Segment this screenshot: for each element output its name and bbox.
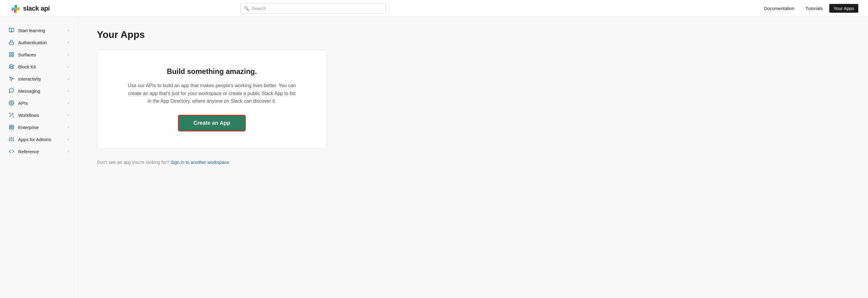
svg-rect-3 xyxy=(12,55,13,57)
sidebar: Start learning › Authentication › xyxy=(0,17,79,298)
svg-rect-2 xyxy=(12,52,13,54)
sidebar-label-enterprise: Enterprise xyxy=(18,125,39,130)
search-bar: 🔍 xyxy=(240,3,385,13)
sidebar-label-messaging: Messaging xyxy=(18,88,40,94)
card-heading: Build something amazing. xyxy=(109,67,314,76)
logo-text: slack api xyxy=(23,4,50,12)
svg-rect-1 xyxy=(9,52,11,54)
sidebar-label-authentication: Authentication xyxy=(18,40,47,45)
logo-link[interactable]: slack api xyxy=(10,3,50,14)
sidebar-label-reference: Reference xyxy=(18,149,39,154)
slack-logo-icon xyxy=(10,3,21,14)
sidebar-item-surfaces[interactable]: Surfaces › xyxy=(2,49,76,61)
chevron-right-icon: › xyxy=(67,101,69,105)
no-app-text: Don't see an app you're looking for? xyxy=(97,159,169,165)
sidebar-item-apis[interactable]: APIs › xyxy=(2,97,76,109)
sidebar-label-apps-for-admins: Apps for Admins xyxy=(18,137,51,142)
svg-point-8 xyxy=(13,117,13,117)
chevron-right-icon: › xyxy=(67,125,69,129)
sidebar-item-workflows[interactable]: Workflows › xyxy=(2,109,76,121)
sidebar-label-interactivity: Interactivity xyxy=(18,76,41,82)
lock-icon xyxy=(8,39,14,46)
main-content: Your Apps Build something amazing. Use o… xyxy=(79,17,868,298)
sidebar-item-apps-for-admins[interactable]: Apps for Admins › xyxy=(2,133,76,145)
chevron-right-icon: › xyxy=(67,113,69,117)
chevron-right-icon: › xyxy=(67,40,69,44)
search-input[interactable] xyxy=(240,3,385,13)
app-card: Build something amazing. Use our APIs to… xyxy=(97,50,327,149)
building-icon xyxy=(8,124,14,130)
svg-rect-0 xyxy=(9,42,13,44)
sidebar-item-reference[interactable]: Reference › xyxy=(2,145,76,157)
your-apps-link[interactable]: Your Apps xyxy=(829,4,858,13)
svg-rect-4 xyxy=(9,55,11,57)
page-layout: Start learning › Authentication › xyxy=(0,17,868,298)
sidebar-item-start-learning[interactable]: Start learning › xyxy=(2,24,76,36)
svg-rect-9 xyxy=(9,125,11,129)
bottom-text: Don't see an app you're looking for? Sig… xyxy=(97,159,850,165)
cursor-icon xyxy=(8,76,14,82)
chevron-right-icon: › xyxy=(67,53,69,56)
svg-point-7 xyxy=(9,113,10,114)
sidebar-item-enterprise[interactable]: Enterprise › xyxy=(2,121,76,133)
sidebar-label-workflows: Workflows xyxy=(18,113,39,118)
layers-icon xyxy=(8,64,14,70)
chevron-right-icon: › xyxy=(67,77,69,81)
chevron-right-icon: › xyxy=(67,138,69,141)
header-nav: Documentation Tutorials Your Apps xyxy=(760,4,858,13)
message-icon xyxy=(8,88,14,94)
page-title: Your Apps xyxy=(97,29,850,40)
grid-icon xyxy=(8,52,14,58)
tutorials-link[interactable]: Tutorials xyxy=(801,4,827,13)
documentation-link[interactable]: Documentation xyxy=(760,4,799,13)
card-description: Use our APIs to build an app that makes … xyxy=(127,82,297,105)
sidebar-label-surfaces: Surfaces xyxy=(18,52,36,57)
sidebar-label-start-learning: Start learning xyxy=(18,28,45,33)
sidebar-label-apis: APIs xyxy=(18,100,28,106)
chevron-right-icon: › xyxy=(67,150,69,153)
chevron-right-icon: › xyxy=(67,28,69,32)
sidebar-item-authentication[interactable]: Authentication › xyxy=(2,36,76,49)
search-icon: 🔍 xyxy=(244,6,249,11)
svg-marker-5 xyxy=(9,64,14,67)
chevron-right-icon: › xyxy=(67,89,69,93)
sidebar-item-block-kit[interactable]: Block Kit › xyxy=(2,61,76,73)
gear-icon xyxy=(8,100,14,106)
svg-point-6 xyxy=(11,102,12,104)
create-app-button[interactable]: Create an App xyxy=(178,115,245,131)
sliders-icon xyxy=(8,136,14,142)
sidebar-item-messaging[interactable]: Messaging › xyxy=(2,85,76,97)
sidebar-label-block-kit: Block Kit xyxy=(18,64,36,69)
sign-in-link[interactable]: Sign in to another workspace. xyxy=(170,159,230,165)
header: slack api 🔍 Documentation Tutorials Your… xyxy=(0,0,868,17)
sidebar-item-interactivity[interactable]: Interactivity › xyxy=(2,73,76,85)
code-icon xyxy=(8,148,14,154)
book-icon xyxy=(8,27,14,33)
chevron-right-icon: › xyxy=(67,65,69,68)
svg-rect-10 xyxy=(12,125,13,129)
wand-icon xyxy=(8,112,14,118)
